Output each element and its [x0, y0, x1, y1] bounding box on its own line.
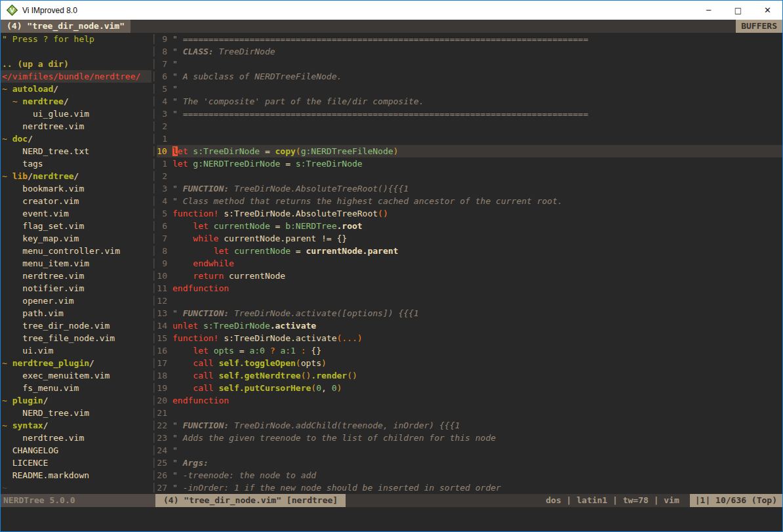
tree-item[interactable]: ~ syntax/ — [2, 419, 151, 432]
minimize-button[interactable]: ─ — [694, 1, 723, 20]
tree-item[interactable]: flag_set.vim — [2, 220, 151, 232]
tree-item[interactable]: ~ — [2, 481, 151, 494]
tree-item[interactable]: " Press ? for help — [2, 33, 151, 45]
code-line[interactable]: 4" The 'composite' part of the file/dir … — [157, 95, 782, 108]
code-text: " Class method that returns the highest … — [172, 195, 563, 207]
code-token: .activate — [270, 321, 316, 331]
code-line-current[interactable]: 10let s:TreeDirNode = copy(g:NERDTreeFil… — [157, 145, 782, 157]
code-line[interactable]: 2 — [157, 120, 782, 133]
code-line[interactable]: 3" =====================================… — [157, 108, 782, 120]
tree-item[interactable]: NERD_tree.txt — [2, 145, 151, 157]
code-line[interactable]: 23" Adds the given treenode to the list … — [157, 432, 782, 444]
code-line[interactable]: 10 return currentNode — [157, 270, 782, 282]
code-token: / — [43, 420, 49, 430]
tree-item[interactable]: exec_menuitem.vim — [2, 369, 151, 382]
code-line[interactable]: 22" FUNCTION: TreeDirNode.addChild(treen… — [157, 419, 782, 432]
line-number-gap — [167, 457, 172, 469]
tree-item[interactable]: tags — [2, 157, 151, 170]
tree-item[interactable]: README.markdown — [2, 469, 151, 481]
tree-item[interactable]: ui_glue.vim — [2, 108, 151, 120]
tree-item[interactable]: bookmark.vim — [2, 182, 151, 195]
code-line[interactable]: 4" Class method that returns the highest… — [157, 195, 782, 207]
code-line[interactable]: 26" -treenode: the node to add — [157, 469, 782, 481]
code-text: let s:TreeDirNode = copy(g:NERDTreeFileN… — [172, 145, 398, 157]
code-token: LICENCE — [2, 458, 48, 468]
code-line[interactable]: 7" — [157, 58, 782, 70]
code-token: / — [74, 171, 79, 181]
tree-item[interactable]: notifier.vim — [2, 282, 151, 295]
code-line[interactable]: 18 call self.getNerdtree().render() — [157, 369, 782, 382]
code-line[interactable]: 5" — [157, 83, 782, 95]
code-line[interactable]: 21 — [157, 407, 782, 419]
tree-item[interactable]: LICENCE — [2, 457, 151, 469]
code-token: CHANGELOG — [2, 445, 58, 455]
line-number: 26 — [157, 469, 167, 481]
code-token: FUNCTION: — [183, 308, 229, 318]
tree-item[interactable]: nerdtree.vim — [2, 120, 151, 133]
code-line[interactable]: 2 — [157, 170, 782, 182]
code-token: FUNCTION: — [183, 184, 229, 194]
code-line[interactable]: 1 — [157, 133, 782, 145]
tree-item[interactable]: fs_menu.vim — [2, 382, 151, 394]
code-line[interactable]: 9 endwhile — [157, 257, 782, 270]
tree-item[interactable]: event.vim — [2, 207, 151, 220]
line-number-gap — [167, 369, 172, 382]
code-line[interactable]: 27" -inOrder: 1 if the new node should b… — [157, 481, 782, 494]
tree-item[interactable]: ~ autoload/ — [2, 83, 151, 95]
code-line[interactable]: 8" CLASS: TreeDirNode — [157, 45, 782, 58]
code-line[interactable]: 7 while currentNode.parent != {} — [157, 232, 782, 245]
code-line[interactable]: 11endfunction — [157, 282, 782, 295]
tree-item[interactable]: nerdtree.vim — [2, 270, 151, 282]
code-line[interactable]: 9" =====================================… — [157, 33, 782, 45]
code-token: ~ — [2, 483, 7, 493]
tree-item[interactable]: creator.vim — [2, 195, 151, 207]
code-line[interactable]: 5function! s:TreeDirNode.AbsoluteTreeRoo… — [157, 207, 782, 220]
code-line[interactable]: 8 let currentNode = currentNode.parent — [157, 245, 782, 257]
close-button[interactable]: ✕ — [753, 1, 782, 20]
code-token: syntax — [12, 420, 43, 430]
code-token: / — [28, 134, 33, 144]
code-line[interactable]: 17 call self.toggleOpen(opts) — [157, 357, 782, 369]
tree-root-path[interactable]: </vimfiles/bundle/nerdtree/ — [1, 70, 151, 83]
code-text: let g:NERDTreeDirNode = s:TreeDirNode — [172, 157, 363, 170]
code-line[interactable]: 3" FUNCTION: TreeDirNode.AbsoluteTreeRoo… — [157, 182, 782, 195]
code-line[interactable]: 1let g:NERDTreeDirNode = s:TreeDirNode — [157, 157, 782, 170]
tree-item[interactable]: opener.vim — [2, 295, 151, 307]
window-separator[interactable]: │ │ │ │ │ │ │ │ │ │ │ │ │ │ │ │ │ │ │ │ … — [151, 33, 157, 494]
tree-item[interactable]: CHANGELOG — [2, 444, 151, 457]
tree-item[interactable]: ~ nerdtree_plugin/ — [2, 357, 151, 369]
tree-item[interactable]: .. (up a dir) — [2, 58, 151, 70]
code-line[interactable]: 13" FUNCTION: TreeDirNode.activate([opti… — [157, 307, 782, 319]
tree-item[interactable]: NERD_tree.vim — [2, 407, 151, 419]
tree-item[interactable]: menu_item.vim — [2, 257, 151, 270]
tree-item[interactable]: ~ doc/ — [2, 133, 151, 145]
tree-item[interactable]: ~ nerdtree/ — [2, 95, 151, 108]
command-line[interactable] — [1, 507, 782, 531]
tree-item[interactable]: nerdtree.vim — [2, 432, 151, 444]
code-token: () — [347, 371, 357, 380]
code-line[interactable]: 25" Args: — [157, 457, 782, 469]
code-token: CLASS: — [183, 47, 214, 56]
code-line[interactable]: 12 — [157, 295, 782, 307]
code-line[interactable]: 15function! s:TreeDirNode.activate(...) — [157, 332, 782, 344]
code-line[interactable]: 6 let currentNode = b:NERDTree.root — [157, 220, 782, 232]
tree-item[interactable]: path.vim — [2, 307, 151, 319]
code-line[interactable]: 20endfunction — [157, 394, 782, 407]
maximize-button[interactable]: □ — [723, 1, 753, 20]
tree-item[interactable]: ~ lib/nerdtree/ — [2, 170, 151, 182]
code-line[interactable]: 16 let opts = a:0 ? a:1 : {} — [157, 344, 782, 357]
code-line[interactable]: 6" A subclass of NERDTreeFileNode. — [157, 70, 782, 83]
tree-item[interactable]: tree_dir_node.vim — [2, 319, 151, 332]
line-number-gap — [167, 282, 172, 295]
tab-tree-dir-node[interactable]: (4) "tree_dir_node.vim" — [1, 20, 130, 33]
tree-item[interactable]: ui.vim — [2, 344, 151, 357]
tree-item[interactable]: tree_file_node.vim — [2, 332, 151, 344]
buffers-label[interactable]: BUFFERS — [736, 20, 782, 33]
tree-item[interactable]: key_map.vim — [2, 232, 151, 245]
code-line[interactable]: 14unlet s:TreeDirNode.activate — [157, 319, 782, 332]
tree-item[interactable]: menu_controller.vim — [2, 245, 151, 257]
code-line[interactable]: 19 call self.putCursorHere(0, 0) — [157, 382, 782, 394]
nerdtree-statusline: NERDTree 5.0.0 — [1, 494, 155, 507]
code-line[interactable]: 24" — [157, 444, 782, 457]
tree-item[interactable]: ~ plugin/ — [2, 394, 151, 407]
